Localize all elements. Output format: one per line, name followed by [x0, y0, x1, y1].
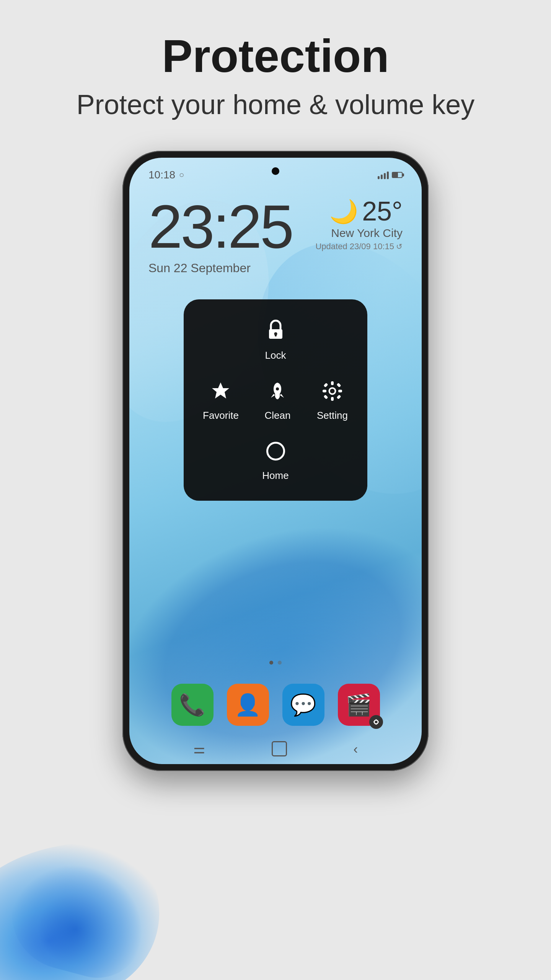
nav-recent[interactable]: ⚌ [193, 741, 205, 756]
weather-widget: 🌙 25° New York City Updated 23/09 10:15 … [315, 196, 403, 252]
phone-mockup: 10:18 ○ 23:25 Su [122, 151, 429, 771]
phone-frame: 10:18 ○ 23:25 Su [122, 151, 429, 771]
phone-app-icon: 📞 [179, 693, 205, 717]
svg-rect-27 [377, 722, 379, 723]
weather-temp-row: 🌙 25° [315, 196, 403, 227]
weather-city: New York City [315, 227, 403, 240]
nav-back[interactable]: ‹ [353, 741, 358, 756]
menu-row-lock: Lock [191, 311, 360, 369]
rocket-icon [268, 381, 287, 405]
dock-indicator [269, 661, 282, 665]
app-phone[interactable]: 📞 [171, 684, 214, 726]
setting-label: Setting [317, 410, 348, 421]
svg-rect-20 [336, 395, 341, 399]
menu-row-middle: Favorite [191, 373, 360, 429]
favorite-label: Favorite [203, 410, 239, 421]
star-icon [210, 381, 231, 405]
lock-icon [265, 318, 286, 345]
svg-rect-14 [331, 397, 334, 401]
menu-item-favorite[interactable]: Favorite [191, 373, 250, 429]
lock-label: Lock [265, 350, 286, 361]
svg-rect-18 [336, 383, 341, 387]
blue-smoke-decoration [0, 808, 210, 980]
status-icons [378, 171, 403, 179]
weather-temperature: 25° [362, 196, 403, 227]
phone-screen: 10:18 ○ 23:25 Su [129, 158, 422, 764]
svg-point-9 [276, 394, 279, 399]
svg-rect-13 [331, 381, 334, 385]
home-circle-icon [265, 441, 286, 465]
nav-home[interactable] [272, 741, 287, 756]
app-contacts[interactable]: 👤 [227, 684, 269, 726]
punch-hole-camera [272, 167, 279, 175]
svg-point-12 [330, 389, 334, 394]
svg-rect-16 [338, 390, 342, 392]
menu-item-clean[interactable]: Clean [250, 373, 305, 429]
svg-rect-17 [323, 383, 328, 387]
app-settings-overlay[interactable]: 🎬 [338, 684, 380, 726]
refresh-icon: ↺ [396, 242, 403, 251]
battery-icon [392, 172, 403, 178]
app-dock: 📞 👤 💬 🎬 [129, 684, 422, 726]
svg-point-10 [276, 387, 279, 390]
svg-point-23 [375, 720, 377, 723]
settings-badge [369, 715, 383, 729]
status-circle: ○ [179, 170, 184, 180]
date-display: Sun 22 September [148, 261, 403, 275]
page-subtitle: Protect your home & volume key [77, 89, 474, 120]
dot-1 [269, 661, 273, 665]
nav-bar: ⚌ ‹ [129, 741, 422, 756]
svg-rect-2 [275, 334, 277, 336]
weather-updated: Updated 23/09 10:15 ↺ [315, 242, 403, 252]
messages-app-icon: 💬 [290, 693, 316, 717]
menu-item-lock[interactable]: Lock [191, 311, 360, 369]
home-label: Home [262, 470, 289, 482]
svg-rect-26 [373, 722, 375, 723]
contacts-app-icon: 👤 [235, 693, 261, 717]
settings-overlay-app-icon: 🎬 [346, 693, 372, 717]
page-title: Protection [77, 31, 474, 81]
camera-area [272, 158, 279, 175]
menu-item-setting[interactable]: Setting [305, 373, 360, 429]
svg-rect-25 [375, 724, 377, 725]
dot-2 [278, 661, 282, 665]
clean-label: Clean [264, 410, 290, 421]
svg-point-21 [267, 443, 284, 460]
svg-rect-24 [375, 719, 377, 721]
svg-rect-15 [323, 390, 326, 392]
svg-marker-8 [280, 394, 284, 398]
svg-rect-19 [323, 395, 328, 399]
gear-icon [322, 381, 343, 405]
page-header: Protection Protect your home & volume ke… [77, 31, 474, 120]
svg-marker-7 [271, 394, 275, 398]
floating-menu[interactable]: Lock Favorite [184, 299, 367, 501]
app-messages[interactable]: 💬 [282, 684, 324, 726]
menu-item-home[interactable]: Home [191, 433, 360, 489]
signal-icon [378, 171, 389, 179]
menu-row-home: Home [191, 433, 360, 489]
weather-moon-icon: 🌙 [329, 198, 358, 225]
status-time: 10:18 ○ [148, 169, 184, 181]
svg-marker-3 [212, 382, 229, 399]
